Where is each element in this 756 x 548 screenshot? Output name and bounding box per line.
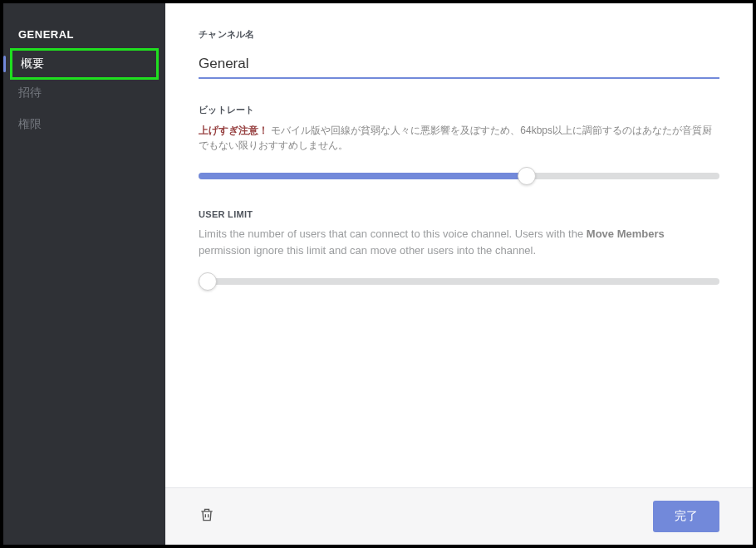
sidebar-item-overview[interactable]: 概要	[10, 48, 159, 80]
sidebar-item-label: 概要	[21, 56, 44, 70]
sidebar-title: GENERAL	[3, 28, 165, 51]
bitrate-slider-fill	[199, 173, 527, 179]
user-limit-label: USER LIMIT	[199, 209, 719, 219]
sidebar-item-label: 権限	[18, 117, 42, 130]
bitrate-slider[interactable]	[199, 168, 719, 184]
sidebar-item-permissions[interactable]: 権限	[3, 109, 165, 140]
done-button[interactable]: 完了	[653, 501, 719, 532]
sidebar: GENERAL 概要 招待 権限	[3, 3, 165, 545]
sidebar-item-invite[interactable]: 招待	[3, 77, 165, 109]
trash-icon[interactable]	[199, 506, 215, 526]
channel-name-input[interactable]	[199, 51, 719, 79]
bitrate-warning: 上げすぎ注意！ モバイル版や回線が貧弱な人々に悪影響を及ぼすため、64kbps以…	[199, 123, 719, 153]
user-limit-slider-handle[interactable]	[199, 272, 217, 291]
bitrate-slider-handle[interactable]	[518, 167, 536, 185]
user-limit-description: Limits the number of users that can conn…	[199, 226, 719, 258]
main-panel: チャンネル名 ビットレート 上げすぎ注意！ モバイル版や回線が貧弱な人々に悪影響…	[165, 3, 753, 545]
user-limit-slider[interactable]	[199, 273, 719, 290]
sidebar-item-label: 招待	[18, 86, 42, 99]
channel-name-label: チャンネル名	[199, 28, 719, 41]
bitrate-label: ビットレート	[199, 104, 719, 116]
footer: 完了	[165, 487, 753, 545]
